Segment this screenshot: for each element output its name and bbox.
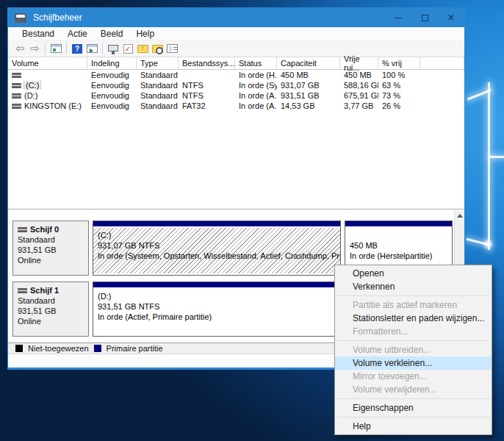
partition-size: 450 MB [350, 240, 447, 251]
wallpaper-glow [482, 238, 494, 250]
menu-bestand[interactable]: Bestand [15, 29, 61, 39]
table-row[interactable]: (C:) Eenvoudig Standaard NTFS In orde (S… [8, 80, 464, 90]
close-icon: × [447, 12, 454, 24]
cell-capaciteit: 931,07 GB [277, 81, 340, 90]
toolbar-separator [102, 43, 103, 54]
legend-label-primary: Primaire partitie [107, 344, 163, 353]
minimize-icon [395, 18, 402, 18]
menu-item-volume-verwijderen: Volume verwijderen... [335, 383, 492, 396]
back-icon[interactable]: ⇦ [13, 43, 26, 55]
menu-help[interactable]: Help [129, 29, 161, 39]
disk-icon [18, 288, 27, 293]
volume-icon [12, 73, 21, 78]
menu-item-formatteren: Formatteren... [335, 325, 492, 338]
cell-vrij: 3,77 GB [340, 101, 378, 110]
menubar: Bestand Actie Beeld Help [8, 27, 464, 40]
partition-size: 931,07 GB NTFS [98, 240, 336, 251]
partition-c[interactable]: (C:) 931,07 GB NTFS In orde (Systeem, Op… [93, 220, 341, 276]
menu-item-verkennen[interactable]: Verkennen [335, 280, 492, 293]
legend-label-unallocated: Niet-toegewezen [28, 344, 89, 353]
toolbar-separator [45, 43, 46, 54]
disk0-label[interactable]: Schijf 0 Standaard 931,51 GB Online [12, 220, 89, 276]
unallocated-swatch [15, 345, 23, 352]
menu-item-eigenschappen[interactable]: Eigenschappen [335, 401, 492, 415]
maximize-icon [422, 15, 428, 21]
column-header-status[interactable]: Status [235, 57, 277, 69]
cell-type: Standaard [137, 81, 179, 90]
verify-check-icon[interactable]: ✓ [121, 43, 134, 55]
folder-up-icon[interactable] [136, 43, 149, 55]
wallpaper-beam [489, 156, 504, 158]
minimize-button[interactable] [385, 8, 411, 27]
cell-status: In orde (A... [235, 91, 277, 100]
partition-status: In orde (Systeem, Opstarten, Wisselbesta… [98, 251, 336, 261]
column-header-volume[interactable]: Volume [8, 57, 87, 69]
disk-state: Online [18, 255, 84, 265]
column-header-capaciteit[interactable]: Capaciteit [277, 57, 340, 69]
maximize-button[interactable] [411, 8, 438, 27]
disk-icon [18, 227, 27, 232]
primary-partition-stripe [345, 221, 452, 228]
window-title: Schijfbeheer [33, 12, 82, 23]
cell-pct: 63 % [378, 81, 420, 90]
forward-icon[interactable]: ⇨ [28, 43, 41, 55]
column-header-bestandssysteem[interactable]: Bestandssys... [179, 57, 235, 69]
scroll-up-icon [457, 214, 463, 218]
volume-list-header: Volume Indeling Type Bestandssys... Stat… [8, 57, 464, 70]
properties-list-icon[interactable] [165, 43, 179, 55]
help-icon[interactable]: ? [71, 43, 84, 55]
cell-vrij: 450 MB [340, 71, 378, 79]
menu-item-help[interactable]: Help [335, 420, 492, 433]
disk-kind: Standaard [18, 295, 84, 306]
partition-status: In orde (Herstelpartitie) [350, 251, 447, 261]
cell-status: In orde (A... [235, 101, 277, 110]
menu-actie[interactable]: Actie [61, 29, 94, 39]
column-header-type[interactable]: Type [137, 57, 179, 69]
menu-separator [336, 398, 490, 399]
column-header-vrije-ruimte[interactable]: Vrije rui... [340, 57, 378, 69]
column-header-pct-vrij[interactable]: % vrij [378, 57, 420, 69]
cell-indeling: Eenvoudig [87, 101, 137, 110]
cell-status: In orde (Sy... [235, 81, 277, 90]
action-pane-icon[interactable] [85, 43, 98, 55]
cell-indeling: Eenvoudig [87, 91, 137, 100]
menu-item-partitie-als-actief-markeren: Partitie als actief markeren [335, 298, 492, 312]
menu-item-volume-verkleinen[interactable]: Volume verkleinen... [335, 356, 492, 370]
cell-capaciteit: 931,51 GB [277, 91, 340, 100]
cell-pct: 100 % [378, 71, 420, 79]
primary-partition-swatch [94, 345, 101, 352]
cell-type: Standaard [137, 71, 179, 79]
volume-name: KINGSTON (E:) [24, 101, 82, 110]
table-row[interactable]: Eenvoudig Standaard In orde (H... 450 MB… [8, 70, 464, 80]
table-row[interactable]: (D:) Eenvoudig Standaard NTFS In orde (A… [8, 90, 464, 101]
cell-pct: 26 % [378, 101, 420, 110]
popup-window-icon[interactable] [107, 43, 120, 55]
folder-search-icon[interactable] [151, 43, 164, 55]
volume-icon [12, 93, 21, 98]
menu-item-stationsletter-en-paden-wijzigen[interactable]: Stationsletter en paden wijzigen... [335, 312, 492, 325]
cell-indeling: Eenvoudig [87, 81, 137, 90]
cell-vrij: 675,91 GB [340, 91, 378, 100]
cell-indeling: Eenvoudig [87, 71, 137, 79]
cell-vrij: 588,16 GB [340, 81, 378, 90]
disk1-label[interactable]: Schijf 1 Standaard 931,51 GB Online [12, 282, 89, 337]
menu-item-openen[interactable]: Openen [335, 267, 492, 280]
cell-fs: NTFS [179, 91, 235, 100]
table-row[interactable]: KINGSTON (E:) Eenvoudig Standaard FAT32 … [8, 101, 464, 111]
menu-beeld[interactable]: Beeld [94, 29, 130, 39]
column-header-filler [420, 57, 464, 69]
disk-name: Schijf 1 [30, 285, 59, 295]
toolbar-separator [66, 43, 67, 54]
cell-fs: FAT32 [179, 101, 235, 110]
console-tree-icon[interactable] [49, 43, 62, 55]
close-button[interactable]: × [438, 8, 464, 27]
cell-status: In orde (H... [235, 71, 277, 79]
context-menu: Openen Verkennen Partitie als actief mar… [334, 265, 492, 435]
scroll-up-button[interactable] [455, 210, 464, 220]
volume-name: (D:) [24, 91, 37, 100]
column-header-indeling[interactable]: Indeling [87, 57, 137, 69]
disk-size: 931,51 GB [18, 306, 84, 316]
wallpaper-beam [488, 82, 490, 250]
disk-state: Online [18, 316, 84, 326]
partition-label: (C:) [98, 230, 336, 240]
